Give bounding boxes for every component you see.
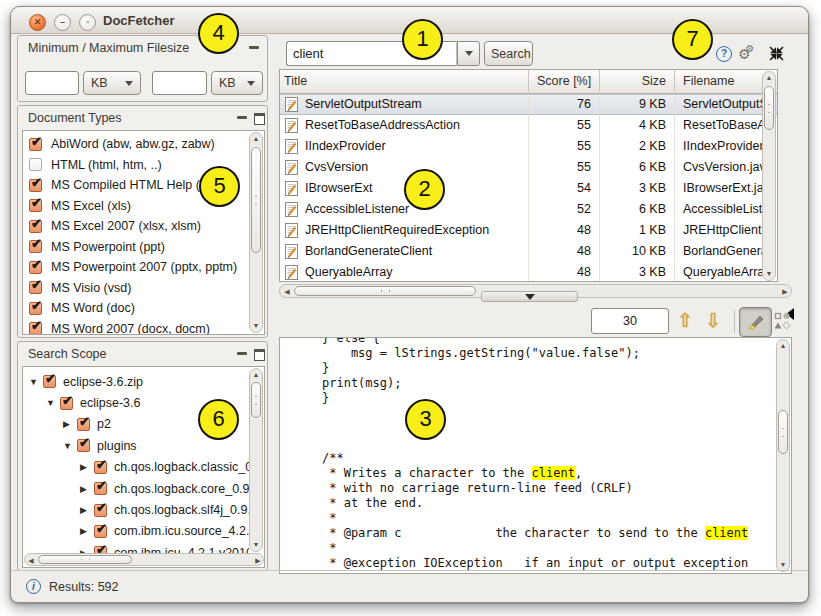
- search-history-dropdown[interactable]: [457, 41, 480, 66]
- checkbox-icon[interactable]: [29, 220, 42, 233]
- checkbox-icon[interactable]: [94, 525, 107, 538]
- doc-type-item[interactable]: MS Word 2007 (docx, docm): [23, 319, 249, 336]
- scroll-down-icon[interactable]: ▼: [777, 560, 789, 570]
- checkbox-icon[interactable]: [60, 397, 73, 410]
- next-occurrence-icon[interactable]: ⇩: [705, 309, 721, 332]
- min-filesize-input[interactable]: [25, 71, 79, 95]
- tree-item[interactable]: ▶ch.qos.logback.core_0.9.19.v2: [23, 478, 249, 499]
- scrollbar-thumb[interactable]: [251, 147, 261, 253]
- table-row[interactable]: AccessibleListener526 KBAccessibleListe: [280, 199, 777, 220]
- table-row[interactable]: ServletOutputStream769 KBServletOutputS: [280, 94, 777, 115]
- table-row[interactable]: ResetToBaseAddressAction554 KBResetToBas…: [280, 115, 777, 136]
- collapse-panel-icon[interactable]: [249, 46, 259, 49]
- checkbox-icon[interactable]: [29, 240, 42, 253]
- checkbox-icon[interactable]: [77, 418, 90, 431]
- column-header-score[interactable]: Score [%]: [529, 70, 600, 92]
- window-close-button[interactable]: ✕: [29, 14, 46, 31]
- tree-item[interactable]: ▶ch.qos.logback.classic_0.9.19: [23, 457, 249, 478]
- table-row[interactable]: BorlandGenerateClient4810 KBBorlandGener…: [280, 241, 777, 262]
- scroll-down-icon[interactable]: ▼: [250, 321, 262, 331]
- collapse-panel-icon[interactable]: [237, 352, 247, 355]
- tree-collapsed-icon[interactable]: ▶: [80, 462, 94, 472]
- doc-type-item[interactable]: MS Word (doc): [23, 298, 249, 319]
- preferences-gears-icon[interactable]: ⚙⚙: [738, 43, 755, 63]
- tree-expanded-icon[interactable]: ▼: [46, 398, 60, 408]
- column-header-title[interactable]: Title: [280, 70, 529, 92]
- scrollbar-thumb[interactable]: [294, 286, 476, 296]
- minimize-to-tray-icon[interactable]: [768, 45, 785, 66]
- scroll-up-icon[interactable]: ▲: [763, 73, 775, 83]
- table-row[interactable]: JREHttpClientRequiredException481 KBJREH…: [280, 220, 777, 241]
- preview-page-input[interactable]: [591, 308, 669, 334]
- doc-type-item[interactable]: MS Excel 2007 (xlsx, xlsm): [23, 216, 249, 237]
- checkbox-icon[interactable]: [29, 199, 42, 212]
- checkbox-icon[interactable]: [77, 439, 90, 452]
- results-vscrollbar[interactable]: ▲ ▼: [762, 71, 776, 281]
- table-row[interactable]: IBrowserExt543 KBIBrowserExt.jav: [280, 178, 777, 199]
- checkbox-icon[interactable]: [94, 461, 107, 474]
- scroll-left-icon[interactable]: ◀: [281, 287, 293, 297]
- checkbox-icon[interactable]: [29, 138, 42, 151]
- table-row[interactable]: IIndexProvider552 KBIIndexProvider.: [280, 136, 777, 157]
- column-header-filename[interactable]: Filename: [675, 70, 763, 92]
- checkbox-icon[interactable]: [29, 261, 42, 274]
- max-filesize-unit-dropdown[interactable]: KB: [211, 71, 263, 95]
- window-maximize-button[interactable]: ▫: [79, 14, 96, 31]
- scroll-up-icon[interactable]: ▲: [250, 370, 262, 380]
- tree-expanded-icon[interactable]: ▼: [63, 441, 77, 451]
- max-filesize-input[interactable]: [152, 71, 207, 95]
- checkbox-icon[interactable]: [29, 322, 42, 335]
- scrollbar-thumb[interactable]: [778, 410, 788, 454]
- previous-occurrence-icon[interactable]: ⇧: [677, 309, 693, 332]
- scroll-right-icon[interactable]: ▶: [779, 287, 791, 297]
- preview-vscrollbar[interactable]: ▲ ▼: [776, 339, 790, 572]
- scroll-down-icon[interactable]: ▼: [763, 269, 775, 279]
- tree-item[interactable]: ▶ch.qos.logback.slf4j_0.9.19.v2: [23, 499, 249, 520]
- doc-type-item[interactable]: MS Visio (vsd): [23, 278, 249, 299]
- scope-hscrollbar[interactable]: ◀ ▶: [24, 553, 264, 566]
- scroll-up-icon[interactable]: ▲: [777, 341, 789, 351]
- preview-sash-collapse-button[interactable]: [481, 291, 578, 302]
- doc-type-item[interactable]: MS Powerpoint (ppt): [23, 237, 249, 258]
- window-minimize-button[interactable]: –: [54, 14, 71, 31]
- scroll-right-icon[interactable]: ▶: [252, 556, 264, 566]
- column-header-size[interactable]: Size: [600, 70, 675, 92]
- scrollbar-thumb[interactable]: [251, 382, 261, 418]
- tree-collapsed-icon[interactable]: ▶: [63, 419, 77, 429]
- tree-item[interactable]: ▶com.ibm.icu.source_4.2.1.v20: [23, 521, 249, 542]
- tree-collapsed-icon[interactable]: ▶: [80, 505, 94, 515]
- checkbox-icon[interactable]: [94, 546, 107, 553]
- min-filesize-unit-dropdown[interactable]: KB: [83, 71, 141, 95]
- checkbox-icon[interactable]: [29, 281, 42, 294]
- tree-collapsed-icon[interactable]: ▶: [80, 484, 94, 494]
- highlight-toggle-button[interactable]: [739, 307, 772, 337]
- maximize-panel-icon[interactable]: [254, 113, 265, 125]
- doc-type-item[interactable]: MS Powerpoint 2007 (pptx, pptm): [23, 257, 249, 278]
- maximize-panel-icon[interactable]: [254, 349, 265, 361]
- scroll-down-icon[interactable]: ▼: [250, 540, 262, 550]
- doc-types-list: AbiWord (abw, abw.gz, zabw)HTML (html, h…: [23, 134, 249, 335]
- doc-type-item[interactable]: AbiWord (abw, abw.gz, zabw): [23, 134, 249, 155]
- checkbox-icon[interactable]: [43, 375, 56, 388]
- help-icon[interactable]: ?: [716, 46, 732, 62]
- scroll-left-icon[interactable]: ◀: [25, 556, 37, 566]
- scrollbar-thumb[interactable]: [38, 555, 132, 564]
- search-button[interactable]: Search: [484, 41, 533, 66]
- tree-collapsed-icon[interactable]: ▶: [80, 526, 94, 536]
- checkbox-icon[interactable]: [94, 482, 107, 495]
- preview-mode-shapes-icon[interactable]: [774, 312, 791, 334]
- tree-expanded-icon[interactable]: ▼: [29, 377, 43, 387]
- scroll-up-icon[interactable]: ▲: [250, 134, 262, 144]
- scrollbar-thumb[interactable]: [764, 86, 774, 130]
- checkbox-icon[interactable]: [29, 302, 42, 315]
- scope-vscrollbar[interactable]: ▲ ▼: [249, 368, 263, 552]
- checkbox-icon[interactable]: [29, 179, 42, 192]
- tree-item[interactable]: ▶com.ibm.icu_4.2.1.v20100412: [23, 542, 249, 553]
- table-row[interactable]: QueryableArray483 KBQueryableArra: [280, 262, 777, 282]
- tree-item[interactable]: ▼eclipse-3.6.zip: [23, 371, 249, 392]
- checkbox-icon[interactable]: [29, 158, 42, 171]
- doc-types-vscrollbar[interactable]: ▲ ▼: [249, 132, 263, 333]
- collapse-panel-icon[interactable]: [237, 116, 247, 119]
- checkbox-icon[interactable]: [94, 504, 107, 517]
- table-row[interactable]: CvsVersion556 KBCvsVersion.jav: [280, 157, 777, 178]
